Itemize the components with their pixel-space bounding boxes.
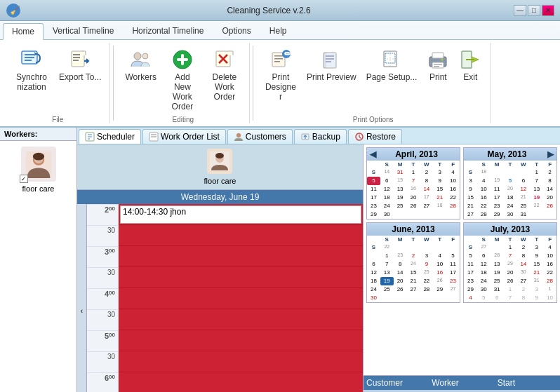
cal-day[interactable]: 2 — [516, 285, 530, 294]
scheduler-body[interactable]: ‹ 200 30 300 30 400 30 500 30 600 30 — [77, 204, 363, 392]
cal-day[interactable]: 25 — [516, 202, 530, 210]
cal-day[interactable]: 8 — [516, 252, 530, 260]
cal-day[interactable]: 1 — [504, 243, 517, 252]
cal-day[interactable]: 20 — [407, 194, 420, 202]
cal-day[interactable]: 31 — [394, 168, 407, 177]
cal-day[interactable]: 30 — [367, 294, 380, 302]
cal-day[interactable]: 5 — [477, 294, 491, 302]
cal-day[interactable]: 23 — [367, 202, 380, 210]
tab-work-order-list[interactable]: Work Order List — [142, 129, 226, 144]
cal-day[interactable]: 26 — [504, 277, 517, 285]
cal-day[interactable]: 11 — [367, 185, 380, 194]
cal-day[interactable]: 21 — [530, 269, 543, 277]
cal-day[interactable]: 3 — [464, 177, 477, 185]
cal-day[interactable]: 23 — [464, 277, 477, 285]
exit-button[interactable]: Exit — [455, 46, 486, 85]
may-next[interactable]: ▶ — [547, 149, 554, 159]
cal-day[interactable]: 14 — [394, 269, 407, 277]
cal-day[interactable]: 12 — [516, 185, 530, 194]
cal-day[interactable]: 6 — [367, 260, 380, 269]
cal-day[interactable]: 3 — [530, 285, 543, 294]
cal-day[interactable]: 1 — [407, 168, 420, 177]
cal-day[interactable]: 4 — [543, 243, 556, 252]
cal-day[interactable]: 30 — [504, 210, 517, 219]
cal-day[interactable]: 3 — [530, 243, 543, 252]
cal-day[interactable]: 9 — [530, 294, 543, 302]
cal-day[interactable]: 10 — [543, 294, 556, 302]
delete-work-order-button[interactable]: Delete Work Order — [204, 46, 245, 104]
cal-day[interactable]: 9 — [464, 185, 477, 194]
cal-day[interactable]: 13 — [394, 185, 407, 194]
cal-day[interactable]: 16 — [433, 269, 446, 277]
sync-button[interactable]: Synchronization — [10, 46, 53, 95]
tab-home[interactable]: Home — [3, 23, 44, 40]
cal-day[interactable]: 29 — [367, 210, 380, 219]
cal-day[interactable]: 10 — [433, 260, 446, 269]
cal-day[interactable]: 11 — [464, 260, 477, 269]
cal-day[interactable]: 7 — [530, 177, 543, 185]
cal-day[interactable]: 28 — [446, 202, 460, 210]
cal-day[interactable]: 5 — [446, 252, 460, 260]
tab-help[interactable]: Help — [260, 22, 296, 39]
tab-restore[interactable]: Restore — [348, 129, 402, 144]
cal-day[interactable]: 2 — [543, 168, 556, 177]
cal-day[interactable]: 21 — [464, 202, 477, 210]
cal-day[interactable]: 29 — [491, 210, 504, 219]
cal-day[interactable]: 4 — [446, 168, 460, 177]
cal-day[interactable]: 9 — [530, 252, 543, 260]
cal-day[interactable]: 11 — [491, 185, 504, 194]
cal-day[interactable]: 5 — [367, 177, 380, 185]
cal-day[interactable]: 15 — [433, 185, 446, 194]
cal-day[interactable]: 7 — [504, 252, 517, 260]
cal-day[interactable]: 27 — [516, 277, 530, 285]
cal-day[interactable]: 27 — [464, 210, 477, 219]
cal-day[interactable]: 28 — [543, 277, 556, 285]
cal-day[interactable]: 16 — [543, 260, 556, 269]
tab-customers[interactable]: Customers — [227, 129, 293, 144]
cal-day[interactable]: 9 — [433, 177, 446, 185]
cal-day[interactable]: 4 — [464, 294, 477, 302]
tab-vertical-timeline[interactable]: Vertical Timeline — [44, 22, 123, 39]
print-preview-button[interactable]: Print Preview — [302, 46, 361, 85]
cal-day[interactable]: 10 — [477, 185, 491, 194]
cal-day[interactable]: 19 — [530, 194, 543, 202]
cal-day[interactable]: 23 — [446, 277, 460, 285]
cal-day-today[interactable]: 19 — [380, 277, 394, 285]
cal-day[interactable]: 7 — [407, 177, 420, 185]
cal-day[interactable]: 3 — [420, 252, 433, 260]
cal-day[interactable]: 6 — [477, 252, 491, 260]
cal-day[interactable]: 10 — [446, 177, 460, 185]
add-work-order-button[interactable]: Add New Work Order — [162, 46, 203, 114]
cal-day[interactable]: 25 — [491, 277, 504, 285]
cal-day[interactable]: 12 — [380, 185, 394, 194]
cal-day[interactable]: 20 — [394, 277, 407, 285]
cal-day[interactable]: 22 — [446, 194, 460, 202]
cal-day[interactable]: 30 — [477, 285, 491, 294]
cal-day[interactable]: 4 — [433, 252, 446, 260]
cal-day[interactable]: 27 — [407, 285, 420, 294]
cal-day[interactable]: 12 — [477, 260, 491, 269]
cal-day[interactable]: 14 — [516, 260, 530, 269]
worker-checkbox[interactable]: ✓ — [20, 175, 28, 183]
cal-day[interactable]: 17 — [491, 194, 504, 202]
cal-day[interactable]: 22 — [477, 202, 491, 210]
cal-day[interactable]: 2 — [407, 252, 420, 260]
cal-day[interactable]: 18 — [380, 194, 394, 202]
tab-options[interactable]: Options — [213, 22, 260, 39]
cal-day[interactable]: 25 — [394, 202, 407, 210]
cal-day[interactable]: 16 — [446, 185, 460, 194]
cal-day[interactable]: 28 — [477, 210, 491, 219]
cal-day[interactable]: 20 — [543, 194, 556, 202]
page-setup-button[interactable]: Page Setup... — [362, 46, 422, 85]
cal-day[interactable]: 14 — [420, 185, 433, 194]
list-item[interactable]: ✓ floor care — [0, 141, 76, 198]
tab-horizontal-timeline[interactable]: Horizontal Timeline — [123, 22, 213, 39]
cal-day[interactable]: 10 — [543, 252, 556, 260]
cal-day[interactable]: 30 — [380, 210, 394, 219]
cal-day[interactable]: 17 — [464, 269, 477, 277]
cal-day[interactable]: 9 — [420, 260, 433, 269]
print-button[interactable]: Print — [422, 46, 453, 85]
scroll-left-arrow[interactable]: ‹ — [77, 204, 87, 392]
cal-day[interactable]: 16 — [477, 194, 491, 202]
cal-day[interactable]: 25 — [380, 285, 394, 294]
